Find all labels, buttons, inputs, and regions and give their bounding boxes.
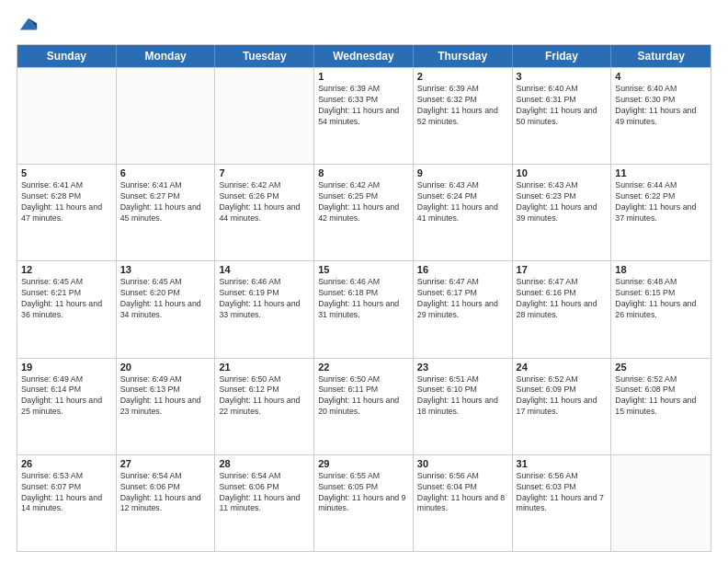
calendar-cell-0-1 [117,68,216,164]
cell-day-number: 7 [219,167,310,178]
cell-day-number: 29 [318,458,409,469]
calendar-cell-2-1: 13Sunrise: 6:45 AM Sunset: 6:20 PM Dayli… [117,261,216,357]
calendar-cell-1-0: 5Sunrise: 6:41 AM Sunset: 6:28 PM Daylig… [17,165,117,260]
calendar-cell-4-2: 28Sunrise: 6:54 AM Sunset: 6:06 PM Dayli… [215,455,314,551]
cell-day-number: 3 [517,71,608,82]
weekday-header-monday: Monday [117,45,216,67]
header [17,15,711,35]
cell-day-number: 20 [120,362,211,373]
cell-info: Sunrise: 6:52 AM Sunset: 6:08 PM Dayligh… [615,374,707,419]
cell-info: Sunrise: 6:41 AM Sunset: 6:27 PM Dayligh… [120,180,211,224]
calendar-row-3: 19Sunrise: 6:49 AM Sunset: 6:14 PM Dayli… [17,358,711,454]
cell-info: Sunrise: 6:50 AM Sunset: 6:12 PM Dayligh… [219,374,310,419]
calendar-cell-2-6: 18Sunrise: 6:48 AM Sunset: 6:15 PM Dayli… [611,261,711,357]
calendar-cell-2-4: 16Sunrise: 6:47 AM Sunset: 6:17 PM Dayli… [414,261,513,357]
calendar-cell-1-5: 10Sunrise: 6:43 AM Sunset: 6:23 PM Dayli… [513,165,612,260]
cell-info: Sunrise: 6:48 AM Sunset: 6:15 PM Dayligh… [615,277,707,321]
cell-day-number: 12 [21,264,112,275]
calendar-header: SundayMondayTuesdayWednesdayThursdayFrid… [17,45,711,67]
calendar-cell-0-3: 1Sunrise: 6:39 AM Sunset: 6:33 PM Daylig… [314,68,414,164]
cell-day-number: 31 [517,458,608,469]
cell-day-number: 9 [417,167,508,178]
calendar-cell-0-2 [215,68,314,164]
calendar-cell-3-6: 25Sunrise: 6:52 AM Sunset: 6:08 PM Dayli… [611,359,711,454]
calendar-cell-1-1: 6Sunrise: 6:41 AM Sunset: 6:27 PM Daylig… [117,165,216,260]
weekday-header-thursday: Thursday [414,45,513,67]
cell-info: Sunrise: 6:46 AM Sunset: 6:18 PM Dayligh… [318,277,409,321]
cell-day-number: 11 [615,167,707,178]
calendar-cell-3-5: 24Sunrise: 6:52 AM Sunset: 6:09 PM Dayli… [513,359,612,454]
cell-info: Sunrise: 6:42 AM Sunset: 6:25 PM Dayligh… [318,180,409,224]
cell-info: Sunrise: 6:43 AM Sunset: 6:23 PM Dayligh… [517,180,608,224]
cell-info: Sunrise: 6:54 AM Sunset: 6:06 PM Dayligh… [120,471,211,515]
cell-day-number: 14 [219,264,310,275]
calendar-body: 1Sunrise: 6:39 AM Sunset: 6:33 PM Daylig… [17,67,711,551]
calendar-cell-3-0: 19Sunrise: 6:49 AM Sunset: 6:14 PM Dayli… [17,359,117,454]
weekday-header-saturday: Saturday [611,45,711,67]
cell-info: Sunrise: 6:40 AM Sunset: 6:31 PM Dayligh… [517,84,608,128]
cell-day-number: 2 [417,71,508,82]
cell-day-number: 6 [120,167,211,178]
calendar-cell-0-6: 4Sunrise: 6:40 AM Sunset: 6:30 PM Daylig… [611,68,711,164]
cell-day-number: 23 [417,362,508,373]
logo [17,15,39,35]
calendar-cell-4-6 [611,455,711,551]
calendar-cell-3-1: 20Sunrise: 6:49 AM Sunset: 6:13 PM Dayli… [117,359,216,454]
cell-day-number: 18 [615,264,707,275]
cell-info: Sunrise: 6:41 AM Sunset: 6:28 PM Dayligh… [21,180,112,224]
calendar-cell-1-6: 11Sunrise: 6:44 AM Sunset: 6:22 PM Dayli… [611,165,711,260]
calendar-cell-4-3: 29Sunrise: 6:55 AM Sunset: 6:05 PM Dayli… [314,455,414,551]
cell-info: Sunrise: 6:39 AM Sunset: 6:32 PM Dayligh… [417,84,508,128]
cell-info: Sunrise: 6:55 AM Sunset: 6:05 PM Dayligh… [318,471,409,515]
cell-info: Sunrise: 6:47 AM Sunset: 6:16 PM Dayligh… [517,277,608,321]
cell-info: Sunrise: 6:51 AM Sunset: 6:10 PM Dayligh… [417,374,508,419]
cell-day-number: 10 [517,167,608,178]
cell-info: Sunrise: 6:46 AM Sunset: 6:19 PM Dayligh… [219,277,310,321]
calendar-cell-4-1: 27Sunrise: 6:54 AM Sunset: 6:06 PM Dayli… [117,455,216,551]
calendar-row-4: 26Sunrise: 6:53 AM Sunset: 6:07 PM Dayli… [17,454,711,551]
cell-info: Sunrise: 6:45 AM Sunset: 6:20 PM Dayligh… [120,277,211,321]
cell-info: Sunrise: 6:42 AM Sunset: 6:26 PM Dayligh… [219,180,310,224]
cell-day-number: 27 [120,458,211,469]
cell-info: Sunrise: 6:45 AM Sunset: 6:21 PM Dayligh… [21,277,112,321]
calendar-cell-2-5: 17Sunrise: 6:47 AM Sunset: 6:16 PM Dayli… [513,261,612,357]
weekday-header-friday: Friday [513,45,612,67]
calendar-cell-3-2: 21Sunrise: 6:50 AM Sunset: 6:12 PM Dayli… [215,359,314,454]
calendar-cell-0-0 [17,68,117,164]
calendar-row-1: 5Sunrise: 6:41 AM Sunset: 6:28 PM Daylig… [17,164,711,260]
calendar-cell-2-2: 14Sunrise: 6:46 AM Sunset: 6:19 PM Dayli… [215,261,314,357]
cell-day-number: 25 [615,362,707,373]
cell-info: Sunrise: 6:39 AM Sunset: 6:33 PM Dayligh… [318,84,409,128]
weekday-header-tuesday: Tuesday [215,45,314,67]
calendar-cell-1-3: 8Sunrise: 6:42 AM Sunset: 6:25 PM Daylig… [314,165,414,260]
calendar-row-0: 1Sunrise: 6:39 AM Sunset: 6:33 PM Daylig… [17,67,711,164]
calendar: SundayMondayTuesdayWednesdayThursdayFrid… [17,44,711,552]
calendar-cell-0-5: 3Sunrise: 6:40 AM Sunset: 6:31 PM Daylig… [513,68,612,164]
calendar-cell-2-3: 15Sunrise: 6:46 AM Sunset: 6:18 PM Dayli… [314,261,414,357]
cell-day-number: 13 [120,264,211,275]
logo-icon [18,15,39,35]
weekday-header-wednesday: Wednesday [314,45,414,67]
cell-info: Sunrise: 6:43 AM Sunset: 6:24 PM Dayligh… [417,180,508,224]
cell-info: Sunrise: 6:40 AM Sunset: 6:30 PM Dayligh… [615,84,707,128]
cell-day-number: 4 [615,71,707,82]
cell-day-number: 30 [417,458,508,469]
calendar-cell-4-4: 30Sunrise: 6:56 AM Sunset: 6:04 PM Dayli… [414,455,513,551]
cell-info: Sunrise: 6:56 AM Sunset: 6:03 PM Dayligh… [517,471,608,515]
cell-day-number: 17 [517,264,608,275]
cell-info: Sunrise: 6:49 AM Sunset: 6:14 PM Dayligh… [21,374,112,419]
calendar-row-2: 12Sunrise: 6:45 AM Sunset: 6:21 PM Dayli… [17,260,711,357]
cell-info: Sunrise: 6:52 AM Sunset: 6:09 PM Dayligh… [517,374,608,419]
cell-day-number: 26 [21,458,112,469]
cell-info: Sunrise: 6:50 AM Sunset: 6:11 PM Dayligh… [318,374,409,419]
calendar-cell-1-2: 7Sunrise: 6:42 AM Sunset: 6:26 PM Daylig… [215,165,314,260]
cell-day-number: 1 [318,71,409,82]
cell-day-number: 28 [219,458,310,469]
cell-info: Sunrise: 6:44 AM Sunset: 6:22 PM Dayligh… [615,180,707,224]
cell-info: Sunrise: 6:53 AM Sunset: 6:07 PM Dayligh… [21,471,112,515]
cell-day-number: 22 [318,362,409,373]
weekday-header-sunday: Sunday [17,45,117,67]
calendar-cell-2-0: 12Sunrise: 6:45 AM Sunset: 6:21 PM Dayli… [17,261,117,357]
calendar-cell-4-0: 26Sunrise: 6:53 AM Sunset: 6:07 PM Dayli… [17,455,117,551]
calendar-cell-3-4: 23Sunrise: 6:51 AM Sunset: 6:10 PM Dayli… [414,359,513,454]
